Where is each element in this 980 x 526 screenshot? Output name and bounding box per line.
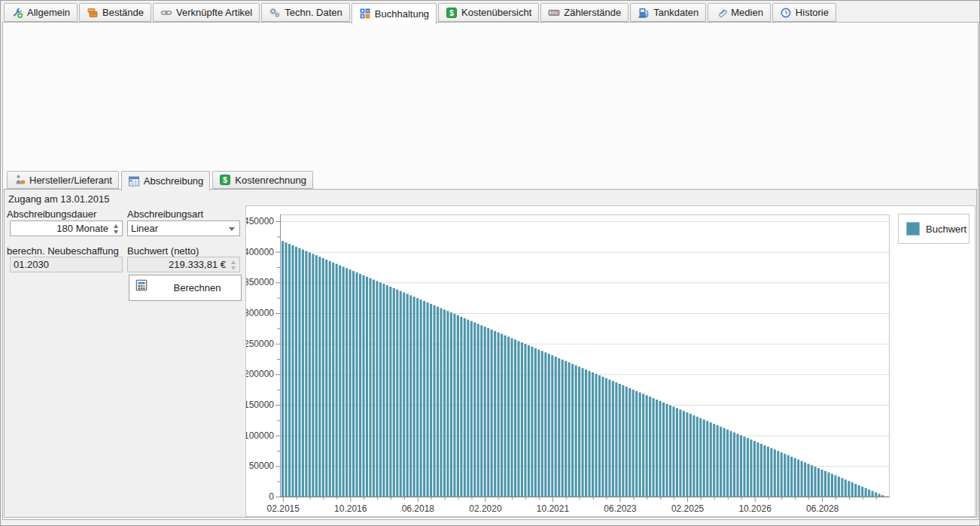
- bar: [608, 379, 610, 497]
- y-axis-label: 150000: [246, 400, 274, 410]
- bar: [801, 461, 803, 497]
- bar: [291, 245, 294, 497]
- bar: [285, 242, 287, 497]
- bar: [345, 268, 348, 497]
- dollar-icon: $: [446, 7, 458, 19]
- bar: [760, 444, 762, 497]
- bar: [420, 299, 422, 497]
- bar: [329, 261, 331, 497]
- bar: [551, 355, 553, 497]
- subtab-hersteller-lieferant[interactable]: Hersteller/Lieferant: [7, 171, 119, 189]
- tab-medien[interactable]: Medien: [708, 3, 771, 22]
- bar: [794, 458, 796, 497]
- bar: [460, 317, 462, 497]
- bar: [774, 449, 776, 497]
- bar: [656, 400, 658, 497]
- tab-label: Allgemein: [27, 7, 70, 18]
- tab-bestaende[interactable]: Bestände: [79, 3, 151, 22]
- bar: [756, 442, 759, 497]
- bar: [824, 471, 826, 497]
- bar: [848, 481, 850, 497]
- bar: [845, 479, 847, 497]
- bar: [507, 336, 510, 497]
- buchwert-chart: 0500001000001500002000002500003000003500…: [245, 205, 975, 517]
- bar: [861, 487, 863, 497]
- svg-text:$: $: [224, 176, 228, 184]
- y-axis-label: 450000: [246, 216, 274, 227]
- bar: [683, 411, 685, 497]
- tab-tankdaten[interactable]: Tankdaten: [630, 3, 706, 22]
- bar: [784, 454, 786, 497]
- bar: [625, 387, 628, 497]
- bar: [298, 248, 300, 497]
- y-axis-label: 0: [269, 491, 274, 502]
- y-axis-label: 50000: [249, 461, 275, 471]
- bar: [514, 339, 516, 497]
- tab-kostenuebersicht[interactable]: $ Kostenübersicht: [438, 3, 539, 22]
- bar: [457, 315, 459, 497]
- abschreibungsdauer-input[interactable]: 180 Monate: [10, 220, 123, 236]
- berechnen-button[interactable]: Berechnen: [129, 275, 242, 301]
- bar: [851, 482, 854, 497]
- bar: [352, 271, 355, 497]
- neubeschaffung-label: berechn. Neubeschaffung: [7, 245, 119, 257]
- bar: [881, 495, 884, 497]
- subtab-abschreibung[interactable]: Abschreibung: [121, 171, 211, 191]
- bar: [362, 275, 364, 497]
- bar: [639, 392, 641, 497]
- spinner-buttons: [230, 260, 237, 271]
- bar: [510, 338, 513, 497]
- application-window: Allgemein Bestände Verknüpfte Artikel Te…: [0, 0, 980, 526]
- bar: [282, 241, 284, 497]
- bar: [484, 327, 486, 497]
- history-clock-icon: [780, 7, 792, 19]
- chevron-down-icon[interactable]: [229, 227, 235, 231]
- abschreibungsart-combobox[interactable]: Linear: [127, 220, 240, 236]
- subtab-kostenrechnung[interactable]: $ Kostenrechnung: [212, 171, 313, 189]
- bar: [868, 490, 870, 497]
- bar: [521, 342, 523, 497]
- bar: [692, 415, 695, 497]
- bar: [811, 465, 813, 497]
- bar: [706, 421, 708, 497]
- spinner-buttons[interactable]: [113, 223, 120, 235]
- bar: [649, 397, 651, 497]
- bar: [403, 293, 405, 497]
- bar: [635, 391, 638, 497]
- bar: [838, 476, 840, 497]
- bar: [416, 298, 418, 497]
- bar: [325, 260, 327, 497]
- bar: [544, 352, 546, 497]
- tab-historie[interactable]: Historie: [772, 3, 836, 22]
- tab-label: Buchhaltung: [375, 8, 429, 20]
- bar: [302, 250, 304, 497]
- bar: [309, 252, 311, 497]
- bar: [831, 474, 833, 497]
- bar: [366, 277, 368, 497]
- bar: [531, 347, 533, 497]
- tab-techn-daten[interactable]: Techn. Daten: [261, 3, 350, 22]
- tab-verknuepfte-artikel[interactable]: Verknüpfte Artikel: [153, 3, 260, 22]
- bar: [713, 424, 715, 497]
- abschreibungsdauer-value: 180 Monate: [56, 223, 108, 234]
- tab-buchhaltung[interactable]: Buchhaltung: [352, 3, 437, 24]
- chart-legend: Buchwert: [898, 214, 969, 244]
- bar: [646, 395, 648, 497]
- bar: [400, 291, 402, 497]
- tab-zaehlerstaende[interactable]: Zählerstände: [540, 3, 628, 22]
- tab-label: Medien: [731, 7, 763, 18]
- subtab-label: Kostenrechnung: [235, 175, 306, 186]
- bar: [598, 375, 601, 497]
- svg-text:$: $: [449, 8, 454, 17]
- bar: [434, 306, 436, 497]
- x-axis-label: 02.2020: [469, 503, 502, 514]
- bar: [315, 255, 318, 497]
- bar: [703, 420, 705, 497]
- tab-allgemein[interactable]: Allgemein: [4, 3, 78, 22]
- bar: [480, 325, 482, 497]
- paperclip-icon: [715, 7, 727, 19]
- buchwert-value: 219.333,81 €: [169, 259, 226, 270]
- inventory-box-icon: [87, 7, 99, 19]
- bar: [804, 462, 806, 497]
- wrench-plus-icon: [11, 7, 23, 19]
